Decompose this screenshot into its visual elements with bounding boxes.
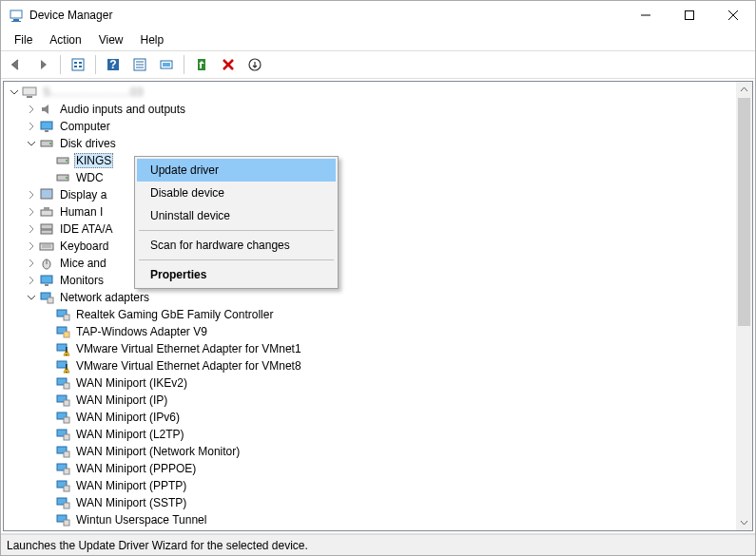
tree-item-net-sstp[interactable]: WAN Miniport (SSTP)	[4, 494, 736, 511]
svg-rect-45	[45, 284, 48, 286]
titlebar: Device Manager	[1, 1, 755, 29]
svg-rect-63	[64, 434, 69, 440]
tree-item-net-tap[interactable]: TAP-Windows Adapter V9	[4, 323, 736, 340]
context-scan-hardware[interactable]: Scan for hardware changes	[137, 234, 336, 257]
expand-icon[interactable]	[25, 222, 38, 236]
tree-item-net-realtek[interactable]: Realtek Gaming GbE Family Controller	[4, 306, 736, 323]
tree-item-mice[interactable]: Mice and	[4, 255, 736, 272]
tree-item-label: WAN Miniport (PPPOE)	[74, 461, 198, 476]
svg-rect-7	[72, 59, 84, 70]
maximize-button[interactable]	[668, 1, 711, 29]
svg-text:!: !	[65, 345, 68, 356]
tree-item-disk-drives[interactable]: Disk drives	[4, 135, 736, 152]
collapse-icon[interactable]	[25, 137, 38, 150]
uninstall-button[interactable]	[217, 54, 240, 75]
svg-rect-69	[64, 486, 69, 491]
tree-item-net-wintun[interactable]: Wintun Userspace Tunnel	[4, 511, 736, 528]
back-button[interactable]	[5, 54, 28, 75]
network-icon	[55, 427, 70, 442]
context-disable-device[interactable]: Disable device	[137, 182, 336, 204]
tree-root[interactable]: S…………………03	[4, 84, 736, 101]
toolbar: ?	[1, 50, 755, 79]
update-driver-button[interactable]	[190, 54, 213, 75]
svg-rect-25	[27, 96, 32, 98]
tree-item-display[interactable]: Display a	[4, 186, 736, 203]
tree-item-network[interactable]: Network adapters	[4, 289, 736, 306]
tree-item-net-ipv6[interactable]: WAN Miniport (IPv6)	[4, 409, 736, 426]
tree-container: S…………………03 Audio inputs and outputs Comp…	[3, 81, 753, 531]
expand-icon[interactable]	[25, 120, 38, 133]
device-manager-window: Device Manager File Action View Help ?	[0, 0, 756, 556]
tree-item-label: Realtek Gaming GbE Family Controller	[74, 307, 275, 322]
tree-item-label: WAN Miniport (PPTP)	[74, 478, 188, 493]
tree-item-net-pptp[interactable]: WAN Miniport (PPTP)	[4, 477, 736, 494]
status-text: Launches the Update Driver Wizard for th…	[7, 539, 308, 552]
tree-item-computer[interactable]: Computer	[4, 118, 736, 135]
expand-icon[interactable]	[25, 240, 38, 253]
tree-item-audio[interactable]: Audio inputs and outputs	[4, 101, 736, 118]
svg-rect-65	[64, 451, 69, 457]
tree-item-keyboards[interactable]: Keyboard	[4, 238, 736, 255]
tree-item-label: WAN Miniport (Network Monitor)	[74, 444, 242, 459]
scroll-thumb[interactable]	[738, 98, 750, 326]
tree-item-net-nm[interactable]: WAN Miniport (Network Monitor)	[4, 443, 736, 460]
disable-button[interactable]	[243, 54, 266, 75]
speaker-icon	[39, 102, 54, 117]
scan-hardware-button[interactable]	[155, 54, 178, 75]
svg-rect-73	[64, 520, 69, 526]
tree-item-net-ikev2[interactable]: WAN Miniport (IKEv2)	[4, 374, 736, 392]
tree-item-label: Human I	[58, 204, 105, 220]
tree-item-net-ip[interactable]: WAN Miniport (IP)	[4, 392, 736, 409]
menu-help[interactable]: Help	[133, 31, 172, 48]
forward-button[interactable]	[31, 54, 54, 75]
tree-item-disk-wdc[interactable]: WDC	[4, 169, 736, 186]
scroll-track[interactable]	[736, 98, 752, 514]
show-hide-tree-button[interactable]	[67, 54, 89, 75]
context-uninstall-device[interactable]: Uninstall device	[137, 204, 336, 227]
tree-item-ide[interactable]: IDE ATA/A	[4, 220, 736, 238]
tree-item-net-pppoe[interactable]: WAN Miniport (PPPOE)	[4, 460, 736, 477]
collapse-icon[interactable]	[8, 86, 21, 99]
menu-view[interactable]: View	[91, 31, 131, 48]
svg-text:?: ?	[109, 58, 116, 71]
context-properties[interactable]: Properties	[137, 263, 336, 286]
tree-item-label: Disk drives	[58, 136, 118, 151]
tree-item-label: IDE ATA/A	[58, 221, 115, 237]
collapse-icon[interactable]	[25, 291, 38, 304]
context-update-driver[interactable]: Update driver	[137, 159, 336, 182]
expand-icon[interactable]	[25, 257, 38, 270]
minimize-button[interactable]	[624, 1, 668, 29]
tree-item-disk-kingston[interactable]: KINGS	[4, 152, 736, 169]
tree-item-label: Mice and	[58, 256, 108, 271]
expand-icon[interactable]	[25, 274, 38, 287]
network-icon	[39, 290, 54, 305]
expand-icon[interactable]	[25, 205, 38, 219]
menu-file[interactable]: File	[7, 31, 40, 48]
context-separator	[139, 259, 334, 260]
menu-action[interactable]: Action	[42, 31, 88, 48]
tree-item-hid[interactable]: Human I	[4, 203, 736, 220]
monitor-icon	[39, 119, 54, 134]
tree-item-monitors[interactable]: Monitors	[4, 272, 736, 289]
expand-icon[interactable]	[25, 103, 38, 116]
device-tree[interactable]: S…………………03 Audio inputs and outputs Comp…	[4, 82, 736, 530]
hid-icon	[39, 204, 54, 220]
action-button[interactable]	[128, 54, 151, 75]
ide-icon	[39, 221, 54, 237]
tree-item-label: WAN Miniport (IKEv2)	[74, 375, 189, 391]
scroll-down-arrow[interactable]	[736, 514, 752, 530]
close-button[interactable]	[711, 1, 755, 29]
expand-icon[interactable]	[25, 188, 38, 201]
tree-item-label: Audio inputs and outputs	[58, 102, 187, 117]
tree-item-net-l2tp[interactable]: WAN Miniport (L2TP)	[4, 426, 736, 443]
scroll-up-arrow[interactable]	[736, 82, 752, 98]
drive-icon	[55, 170, 70, 185]
tree-item-net-vmnet1[interactable]: !VMware Virtual Ethernet Adapter for VMn…	[4, 340, 736, 357]
svg-rect-36	[44, 207, 49, 210]
tree-item-label: Display a	[58, 187, 108, 202]
svg-text:!: !	[65, 362, 68, 374]
vertical-scrollbar[interactable]	[736, 82, 752, 530]
help-button[interactable]: ?	[102, 54, 125, 75]
tree-item-label: WAN Miniport (IPv6)	[74, 410, 182, 425]
tree-item-net-vmnet8[interactable]: !VMware Virtual Ethernet Adapter for VMn…	[4, 357, 736, 374]
